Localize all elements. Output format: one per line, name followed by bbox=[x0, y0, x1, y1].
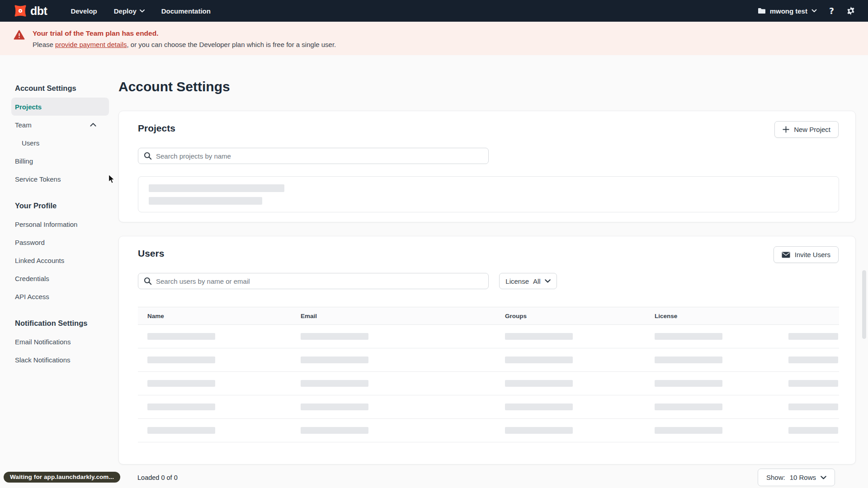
help-icon[interactable]: ? bbox=[829, 6, 834, 16]
invite-users-button[interactable]: Invite Users bbox=[774, 246, 839, 263]
search-icon bbox=[144, 277, 152, 285]
skeleton-bar bbox=[301, 380, 368, 387]
settings-gear-icon[interactable] bbox=[846, 6, 855, 15]
warning-triangle-icon bbox=[14, 30, 25, 40]
table-cell-name bbox=[138, 404, 291, 410]
table-cell-name bbox=[138, 333, 291, 340]
skeleton-bar bbox=[505, 427, 573, 434]
envelope-icon bbox=[782, 252, 790, 258]
sidebar-item-email-notifications[interactable]: Email Notifications bbox=[11, 333, 109, 351]
projects-search bbox=[138, 148, 489, 164]
main-content: Account Settings Projects New Project bbox=[118, 55, 868, 486]
sidebar-item-credentials[interactable]: Credentials bbox=[11, 269, 109, 287]
account-switcher[interactable]: mwong test bbox=[758, 7, 817, 15]
table-cell-email bbox=[291, 357, 495, 363]
projects-loading-skeleton bbox=[138, 176, 839, 212]
users-search bbox=[138, 273, 489, 289]
sidebar-item-label: Billing bbox=[15, 157, 33, 165]
skeleton-bar bbox=[788, 427, 838, 434]
nav-deploy[interactable]: Deploy bbox=[114, 7, 145, 15]
dbt-logo-icon bbox=[14, 4, 27, 18]
loaded-count: Loaded 0 of 0 bbox=[137, 474, 178, 481]
new-project-label: New Project bbox=[794, 126, 830, 133]
skeleton-bar bbox=[505, 380, 573, 387]
sidebar-item-password[interactable]: Password bbox=[11, 233, 109, 251]
banner-body: Please provide payment details, or you c… bbox=[33, 39, 336, 50]
main-menu: Develop Deploy Documentation bbox=[71, 7, 227, 15]
column-header-email: Email bbox=[291, 313, 495, 319]
table-cell-groups bbox=[495, 333, 645, 340]
page-title: Account Settings bbox=[118, 78, 856, 95]
table-cell-email bbox=[291, 333, 495, 340]
show-rows-dropdown[interactable]: Show: 10 Rows bbox=[758, 469, 835, 486]
chevron-down-icon bbox=[140, 9, 145, 13]
sidebar-item-slack-notifications[interactable]: Slack Notifications bbox=[11, 351, 109, 369]
sidebar-heading-your-profile: Your Profile bbox=[11, 202, 109, 211]
table-cell-groups bbox=[495, 357, 645, 363]
skeleton-bar bbox=[147, 404, 215, 410]
table-row bbox=[138, 372, 839, 395]
skeleton-bar bbox=[301, 404, 368, 410]
show-rows-label: Show: bbox=[766, 474, 785, 481]
sidebar-heading-notification-settings: Notification Settings bbox=[11, 319, 109, 329]
users-card: Users Invite Users bbox=[118, 236, 856, 465]
sidebar-item-label: Email Notifications bbox=[15, 338, 71, 346]
table-cell-license bbox=[645, 357, 779, 363]
chevron-up-icon bbox=[90, 123, 96, 127]
table-row bbox=[138, 395, 839, 419]
skeleton-bar bbox=[505, 404, 573, 410]
sidebar-item-users[interactable]: Users bbox=[11, 134, 109, 152]
table-cell-name bbox=[138, 427, 291, 434]
banner-body-prefix: Please bbox=[33, 41, 55, 48]
sidebar-item-linked-accounts[interactable]: Linked Accounts bbox=[11, 251, 109, 269]
folder-icon bbox=[758, 8, 766, 14]
sidebar-item-projects[interactable]: Projects bbox=[11, 98, 109, 116]
provide-payment-details-link[interactable]: provide payment details bbox=[55, 41, 127, 48]
sidebar-item-api-access[interactable]: API Access bbox=[11, 287, 109, 305]
sidebar-item-billing[interactable]: Billing bbox=[11, 152, 109, 170]
sidebar-heading-account-settings: Account Settings bbox=[11, 84, 109, 94]
nav-develop[interactable]: Develop bbox=[71, 7, 97, 15]
sidebar-item-personal-information[interactable]: Personal Information bbox=[11, 215, 109, 233]
scrollbar-thumb[interactable] bbox=[862, 270, 866, 339]
license-filter-dropdown[interactable]: License All bbox=[499, 273, 557, 289]
users-table-header: Name Email Groups License bbox=[138, 307, 839, 325]
skeleton-bar bbox=[788, 333, 838, 340]
users-table: Name Email Groups License bbox=[138, 307, 839, 442]
nav-documentation[interactable]: Documentation bbox=[161, 7, 211, 15]
sidebar-item-label: Team bbox=[15, 121, 32, 129]
banner-title: Your trial of the Team plan has ended. bbox=[33, 28, 336, 38]
sidebar-item-label: Projects bbox=[15, 103, 42, 111]
table-row bbox=[138, 419, 839, 442]
table-cell-license bbox=[645, 380, 779, 387]
skeleton-bar bbox=[147, 333, 215, 340]
skeleton-bar bbox=[655, 427, 722, 434]
skeleton-bar bbox=[147, 357, 215, 363]
users-table-body bbox=[138, 325, 839, 442]
chevron-down-icon bbox=[545, 279, 551, 283]
sidebar-item-label: Linked Accounts bbox=[15, 257, 64, 264]
sidebar-item-team[interactable]: Team bbox=[11, 116, 109, 134]
table-cell-actions bbox=[779, 404, 839, 410]
settings-sidebar: Account Settings Projects Team Users Bil… bbox=[0, 55, 118, 486]
users-heading: Users bbox=[138, 247, 839, 260]
sidebar-item-label: Personal Information bbox=[15, 221, 77, 228]
table-row bbox=[138, 348, 839, 372]
skeleton-bar bbox=[149, 197, 262, 205]
skeleton-bar bbox=[505, 333, 573, 340]
dbt-logo[interactable]: dbt bbox=[14, 4, 47, 18]
skeleton-bar bbox=[788, 357, 838, 363]
sidebar-item-service-tokens[interactable]: Service Tokens bbox=[11, 170, 109, 188]
column-header-groups: Groups bbox=[495, 313, 645, 319]
new-project-button[interactable]: New Project bbox=[774, 121, 839, 138]
table-cell-name bbox=[138, 357, 291, 363]
sidebar-item-label: Password bbox=[15, 239, 45, 246]
sidebar-item-label: Service Tokens bbox=[15, 175, 61, 183]
banner-body-suffix: , or you can choose the Developer plan w… bbox=[127, 41, 336, 48]
projects-heading: Projects bbox=[138, 122, 839, 135]
table-row bbox=[138, 325, 839, 348]
skeleton-bar bbox=[655, 404, 722, 410]
users-search-input[interactable] bbox=[138, 273, 489, 289]
top-navbar: dbt Develop Deploy Documentation mwong t… bbox=[0, 0, 868, 22]
projects-search-input[interactable] bbox=[138, 148, 489, 164]
